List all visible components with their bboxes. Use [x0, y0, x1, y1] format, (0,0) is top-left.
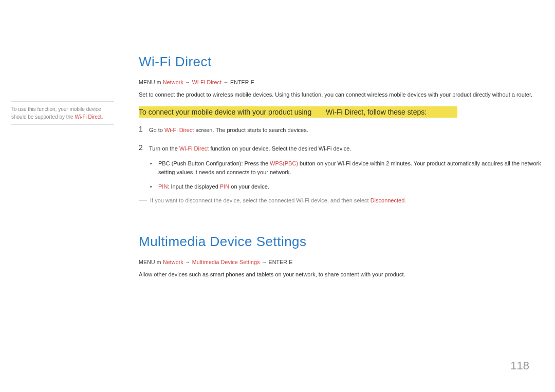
multimedia-description: Allow other devices such as smart phones…	[139, 270, 550, 279]
document-page: To use this function, your mobile device…	[0, 0, 555, 392]
pin-red1: PIN	[158, 183, 168, 190]
step2-red: Wi-Fi Direct	[179, 145, 209, 152]
bullet-mark: •	[150, 159, 158, 168]
menu-network: Network	[163, 79, 183, 85]
step1-red: Wi-Fi Direct	[164, 127, 194, 133]
pin-text2: on your device.	[229, 183, 269, 190]
step2-text2: function on your device. Select the desi…	[209, 145, 351, 152]
instruction-banner: To connect your mobile device with your …	[139, 106, 457, 118]
note-red: Disconnected	[371, 197, 405, 203]
menu-arrow1: →	[183, 79, 192, 85]
menu-mds: Multimedia Device Settings	[192, 259, 260, 265]
sub-bullets: • PBC (Push Button Configuration): Press…	[150, 159, 550, 192]
step-number-2: 2	[139, 143, 149, 152]
menu-icon: m	[157, 79, 161, 85]
sidebar-note: To use this function, your mobile device…	[11, 101, 114, 125]
banner-text1: To connect your mobile device with your …	[139, 108, 313, 116]
sub-bullet-pin: • PIN: Input the displayed PIN on your d…	[150, 182, 550, 192]
note-text1: If you want to disconnect the device, se…	[150, 197, 371, 203]
pbc-red: WPS(PBC)	[270, 160, 298, 166]
menu-path-multimedia: MENU m Network → Multimedia Device Setti…	[139, 259, 550, 265]
wifi-description: Set to connect the product to wireless m…	[139, 90, 550, 99]
pbc-text1: PBC (Push Button Configuration): Press t…	[158, 160, 270, 166]
step-1: 1 Go to Wi-Fi Direct screen. The product…	[139, 125, 550, 135]
banner-wifi: Wi-Fi Direct	[326, 108, 363, 116]
sidebar-note-text2: .	[102, 114, 103, 120]
menu-enter: ENTER	[269, 259, 288, 265]
menu-path-wifi: MENU m Network → Wi-Fi Direct → ENTER E	[139, 79, 550, 85]
menu-enter: ENTER	[230, 79, 249, 85]
heading-wifi-direct: Wi-Fi Direct	[139, 54, 550, 70]
menu-wifi-direct: Wi-Fi Direct	[192, 79, 221, 85]
bullet-mark: •	[150, 182, 158, 191]
sub-bullet-pbc-text: PBC (Push Button Configuration): Press t…	[158, 159, 550, 177]
page-number: 118	[510, 359, 529, 372]
step-text-1: Go to Wi-Fi Direct screen. The product s…	[149, 125, 308, 135]
menu-arrow2: →	[221, 79, 230, 85]
disconnect-note: ― If you want to disconnect the device, …	[139, 196, 550, 205]
step1-text2: screen. The product starts to search dev…	[194, 127, 308, 133]
sub-bullet-pin-text: PIN: Input the displayed PIN on your dev…	[158, 182, 269, 192]
banner-text2: , follow these steps:	[363, 108, 427, 116]
step-2: 2 Turn on the Wi-Fi Direct function on y…	[139, 143, 550, 153]
note-dash: ―	[139, 196, 150, 205]
heading-multimedia: Multimedia Device Settings	[139, 234, 550, 250]
menu-arrow2: →	[260, 259, 269, 265]
menu-arrow1: →	[183, 259, 192, 265]
enter-icon: E	[251, 79, 254, 85]
note-text2: .	[404, 197, 406, 203]
menu-network: Network	[163, 259, 183, 265]
enter-icon: E	[289, 259, 292, 265]
step1-text1: Go to	[149, 127, 164, 133]
pin-text1: : Input the displayed	[168, 183, 220, 190]
main-content: Wi-Fi Direct MENU m Network → Wi-Fi Dire…	[139, 54, 550, 278]
step-number-1: 1	[139, 125, 149, 133]
pin-red2: PIN	[220, 183, 229, 190]
step2-text1: Turn on the	[149, 145, 179, 152]
menu-label: MENU	[139, 259, 155, 265]
note-text: If you want to disconnect the device, se…	[150, 196, 406, 205]
step-text-2: Turn on the Wi-Fi Direct function on you…	[149, 143, 351, 153]
menu-icon: m	[157, 259, 161, 265]
steps-list: 1 Go to Wi-Fi Direct screen. The product…	[139, 125, 550, 153]
menu-label: MENU	[139, 79, 155, 85]
sub-bullet-pbc: • PBC (Push Button Configuration): Press…	[150, 159, 550, 177]
sidebar-note-wifi: Wi-Fi Direct	[75, 114, 101, 120]
